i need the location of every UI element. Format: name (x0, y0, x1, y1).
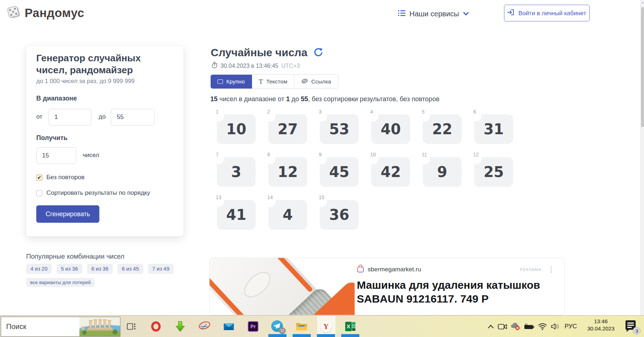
tab-text[interactable]: T Текстом (252, 75, 294, 89)
search-highlight-image[interactable] (79, 317, 120, 336)
scrollbar-thumb[interactable] (641, 7, 644, 127)
summary-count: 15 (210, 95, 218, 103)
tray-wifi-icon[interactable] (537, 316, 548, 337)
number-card: 812 (268, 157, 307, 187)
range-to-input[interactable] (111, 109, 154, 126)
mail-app-icon[interactable] (220, 316, 238, 337)
scroll-up-icon[interactable]: ▲ (641, 1, 644, 4)
popular-tag[interactable]: 5 из 36 (57, 264, 82, 274)
number-value: 40 (381, 121, 401, 137)
view-tabs: Крупно T Текстом Ссылка (210, 74, 338, 89)
tab-link[interactable]: Ссылка (294, 75, 338, 89)
summary-to: 55 (301, 95, 308, 103)
tray-time: 13:46 (583, 318, 619, 325)
number-card: 1225 (474, 157, 513, 187)
number-card: 227 (268, 114, 307, 144)
number-index: 13 (216, 194, 222, 200)
tray-language-indicator[interactable]: РУС (562, 316, 579, 337)
popular-all-row: все варианты для лотерей (26, 278, 95, 287)
timestamp-text: 30.04.2023 в 13:46:45 (220, 63, 278, 69)
tab-large[interactable]: Крупно (211, 75, 252, 89)
yandex-label: Y (321, 321, 332, 332)
tray-chevron-up-icon[interactable] (486, 316, 495, 337)
sort-label: Сортировать результаты по порядку (46, 189, 150, 197)
number-value: 42 (381, 164, 401, 180)
no-repeats-label: Без повторов (46, 174, 84, 181)
number-index: 11 (422, 152, 427, 157)
popular-all-link[interactable]: все варианты для лотерей (26, 278, 95, 287)
timestamp-row: 30.04.2023 в 13:46:45 UTC+3 (211, 62, 300, 70)
yandex-browser-icon[interactable]: Y (317, 316, 335, 337)
tray-clock[interactable]: 13:46 30.04.2023 (583, 318, 619, 332)
opera-browser-icon[interactable] (147, 316, 165, 337)
count-input[interactable] (36, 147, 76, 164)
ad-headline[interactable]: Машинка для удаления катышков SABAUN 912… (357, 278, 545, 306)
number-index: 10 (370, 152, 376, 157)
services-label: Наши сервисы (409, 10, 459, 18)
tray-camera-icon[interactable] (497, 316, 508, 337)
generator-title: Генератор случайных чисел, рандомайзер (36, 52, 167, 76)
range-from-input[interactable] (49, 109, 91, 126)
snipping-tool-icon[interactable]: ✂ (196, 316, 213, 337)
ad-badge: РЕКЛАМА (520, 267, 541, 272)
dice-icon (6, 4, 21, 22)
site-logo[interactable]: Рандомус (6, 4, 84, 22)
popular-tag[interactable]: 6 из 36 (87, 264, 113, 274)
number-card: 1341 (217, 200, 256, 230)
taskbar-search[interactable]: Поиск (1, 317, 120, 337)
number-card: 440 (371, 114, 410, 144)
count-label: Получить (36, 134, 67, 142)
taskbar-active-indicator (341, 334, 359, 337)
file-explorer-icon[interactable] (293, 316, 310, 337)
number-card: 353 (320, 114, 359, 144)
large-view-icon (218, 79, 223, 84)
number-value: 25 (484, 164, 504, 180)
generator-subtitle: до 1 000 чисел за раз, до 9 999 999 (36, 78, 135, 85)
browser-viewport: Рандомус Наши сервисы Войти в личный каб… (0, 0, 644, 337)
premiere-app-icon[interactable]: Pr (244, 316, 262, 337)
ad-card[interactable]: sbermegamarket.ru РЕКЛАМА ⋮ Машинка для … (209, 258, 565, 315)
link-icon (301, 78, 308, 85)
taskbar-active-indicator (317, 334, 335, 337)
number-value: 4 (283, 206, 293, 223)
download-manager-icon[interactable] (172, 316, 189, 337)
page-scrollbar[interactable]: ▲ (640, 0, 644, 315)
excel-app-icon[interactable]: X (342, 316, 359, 337)
sort-checkbox[interactable] (36, 190, 42, 196)
tray-volume-icon[interactable] (549, 316, 561, 337)
tab-label: Крупно (226, 78, 245, 85)
number-card: 631 (474, 114, 513, 144)
no-repeats-checkbox[interactable] (36, 174, 42, 181)
ad-header: sbermegamarket.ru РЕКЛАМА ⋮ (357, 264, 555, 274)
number-index: 2 (267, 109, 270, 115)
popular-tag[interactable]: 7 из 49 (148, 264, 174, 274)
tab-label: Ссылка (311, 78, 331, 85)
stopwatch-icon (211, 62, 218, 70)
number-value: 45 (329, 164, 350, 180)
ad-menu-dots-icon[interactable]: ⋮ (548, 266, 555, 273)
number-card: 110 (217, 114, 256, 144)
refresh-icon[interactable] (313, 48, 323, 59)
text-view-icon: T (259, 78, 263, 85)
number-value: 3 (231, 164, 242, 180)
notification-center-icon[interactable]: 3 (624, 316, 639, 337)
number-card: 945 (320, 157, 359, 187)
ad-site-link[interactable]: sbermegamarket.ru (368, 266, 421, 273)
popular-tags: 4 из 205 из 366 из 366 из 457 из 49 (26, 264, 174, 274)
popular-tag[interactable]: 4 из 20 (26, 264, 52, 274)
popular-tag[interactable]: 6 из 45 (117, 264, 143, 274)
task-view-button[interactable] (123, 316, 140, 337)
number-value: 36 (329, 206, 350, 223)
generate-button[interactable]: Сгенерировать (36, 205, 99, 223)
tray-battery-icon[interactable] (523, 316, 535, 337)
number-card: 522 (423, 114, 462, 144)
no-repeats-option[interactable]: Без повторов (36, 174, 84, 181)
login-icon (507, 9, 515, 17)
login-button[interactable]: Войти в личный кабинет (504, 5, 590, 21)
services-menu[interactable]: Наши сервисы (398, 8, 469, 20)
telegram-app-icon[interactable]: 12 (269, 316, 286, 337)
svg-text:X: X (347, 324, 350, 329)
results-summary: 15 чисел в диапазоне от 1 до 55, без сор… (210, 95, 493, 103)
tray-cloud-sync-error-icon[interactable] (509, 316, 521, 337)
sort-option[interactable]: Сортировать результаты по порядку (36, 189, 150, 197)
